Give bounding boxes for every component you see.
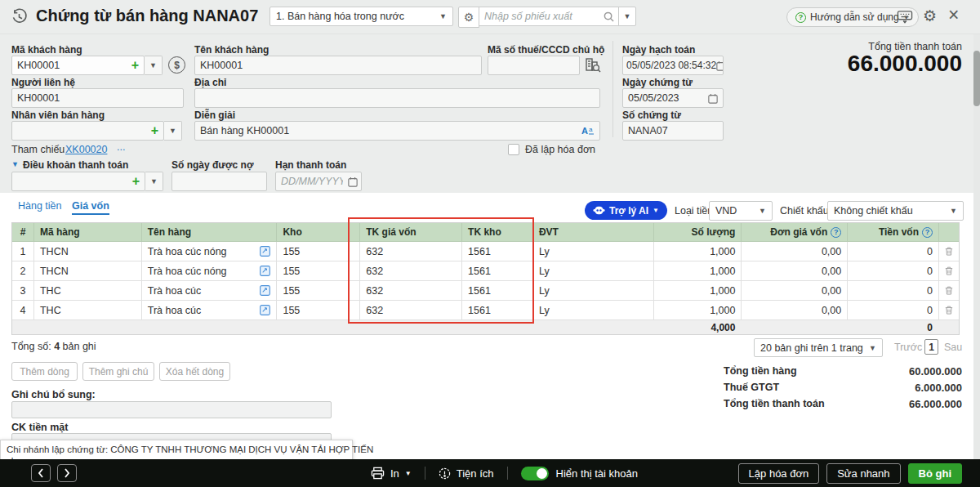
page-size-select[interactable]: 20 bản ghi trên 1 trang ▼	[754, 338, 883, 357]
tab-gia-von[interactable]: Giá vốn	[72, 200, 109, 215]
description-input[interactable]: Bán hàng KH00001 A a	[194, 121, 600, 141]
cell-don_gia_von[interactable]: 0,00	[741, 301, 847, 320]
tax-lookup-icon[interactable]	[585, 57, 601, 74]
cell-dvt[interactable]: Ly	[532, 242, 653, 261]
cell-tien_von[interactable]: 0	[847, 261, 938, 281]
reference-link[interactable]: XK00020	[65, 144, 107, 155]
create-invoice-button[interactable]: Lập hóa đơn	[738, 463, 820, 484]
delete-row-icon[interactable]	[938, 281, 959, 301]
doc-type-select[interactable]: 1. Bán hàng hóa trong nước ▼	[270, 7, 453, 26]
cell-stt[interactable]: 4	[12, 301, 33, 320]
customer-code-input[interactable]: KH00001 +	[11, 56, 145, 75]
next-page-button[interactable]: Sau	[944, 342, 962, 353]
extra-note-input[interactable]	[11, 401, 332, 418]
item-doc-icon[interactable]	[260, 305, 270, 315]
cell-so_luong[interactable]: 1,000	[653, 301, 742, 320]
show-accounts-toggle[interactable]	[521, 467, 549, 480]
help-circle-icon[interactable]: ?	[831, 227, 841, 238]
cell-tk_gia_von[interactable]: 632	[359, 261, 461, 281]
contact-input[interactable]: KH00001	[11, 88, 184, 108]
search-input[interactable]	[479, 7, 619, 26]
customer-name-input[interactable]: KH00001	[194, 56, 482, 75]
cell-kho[interactable]: 155	[276, 242, 359, 261]
cell-ma_hang[interactable]: THC	[33, 301, 141, 320]
prev-page-button[interactable]: Trước	[894, 342, 922, 353]
cell-don_gia_von[interactable]: 0,00	[741, 242, 847, 261]
salesperson-dropdown-button[interactable]: ▼	[164, 121, 182, 141]
cell-kho[interactable]: 155	[276, 301, 359, 320]
print-button[interactable]: In ▼	[371, 467, 412, 480]
cell-ten_hang[interactable]: Trà hoa cúc nóng	[141, 261, 277, 281]
reference-more-link[interactable]: ...	[117, 141, 125, 153]
calendar-icon[interactable]	[348, 176, 358, 187]
invoice-issued-checkbox[interactable]	[508, 144, 519, 155]
cell-tk_kho[interactable]: 1561	[461, 281, 532, 301]
help-circle-icon[interactable]: ?	[922, 227, 933, 238]
next-voucher-button[interactable]	[57, 464, 77, 482]
cell-tk_kho[interactable]: 1561	[461, 301, 532, 320]
cell-dvt[interactable]: Ly	[532, 261, 653, 281]
payment-terms-dropdown-button[interactable]: ▼	[145, 172, 163, 191]
quick-edit-button[interactable]: Sửa nhanh	[826, 463, 900, 484]
cell-tien_von[interactable]: 0	[847, 301, 938, 320]
cell-kho[interactable]: 155	[276, 281, 359, 301]
search-icon[interactable]	[604, 11, 614, 22]
history-icon[interactable]	[11, 8, 28, 25]
cell-so_luong[interactable]: 1,000	[653, 281, 742, 301]
cell-ten_hang[interactable]: Trà hoa cúc	[141, 301, 277, 320]
doc-date-input[interactable]: 05/05/2023	[622, 88, 724, 108]
add-row-button[interactable]: Thêm dòng	[11, 362, 78, 381]
cell-ma_hang[interactable]: THCN	[33, 242, 141, 261]
cell-dvt[interactable]: Ly	[532, 281, 653, 301]
cell-so_luong[interactable]: 1,000	[653, 242, 742, 261]
calendar-icon[interactable]	[708, 93, 718, 104]
debt-dollar-icon[interactable]: $	[168, 56, 185, 74]
item-doc-icon[interactable]	[260, 266, 270, 276]
salesperson-input[interactable]: +	[11, 121, 164, 141]
cell-stt[interactable]: 1	[12, 242, 33, 261]
item-doc-icon[interactable]	[260, 246, 270, 257]
cell-so_luong[interactable]: 1,000	[653, 261, 742, 281]
utilities-button[interactable]: Tiện ích	[439, 467, 494, 480]
scrollbar-thumb[interactable]	[973, 51, 980, 106]
add-salesperson-icon[interactable]: +	[151, 124, 158, 137]
doc-number-input[interactable]: NANA07	[622, 121, 724, 141]
settings-gear-icon[interactable]: ⚙	[923, 7, 937, 25]
address-input[interactable]	[194, 88, 600, 108]
customer-code-dropdown-button[interactable]: ▼	[145, 56, 163, 75]
current-page-box[interactable]: 1	[924, 339, 938, 355]
close-icon[interactable]: ×	[948, 4, 959, 26]
cell-dvt[interactable]: Ly	[532, 301, 653, 320]
cell-ma_hang[interactable]: THC	[33, 281, 141, 301]
credit-days-input[interactable]	[172, 172, 267, 191]
cell-tien_von[interactable]: 0	[847, 281, 938, 301]
tax-code-input[interactable]	[488, 56, 580, 75]
feedback-icon[interactable]	[897, 10, 913, 25]
tab-hang-tien[interactable]: Hàng tiền	[18, 200, 62, 212]
search-dropdown-button[interactable]: ▼	[618, 7, 636, 26]
add-customer-icon[interactable]: +	[131, 59, 139, 72]
item-doc-icon[interactable]	[260, 285, 270, 296]
cell-tk_gia_von[interactable]: 632	[359, 242, 461, 261]
search-settings-button[interactable]: ⚙	[458, 7, 479, 28]
delete-row-icon[interactable]	[938, 261, 959, 281]
cell-don_gia_von[interactable]: 0,00	[741, 261, 847, 281]
cell-ma_hang[interactable]: THCN	[33, 261, 141, 281]
cell-tien_von[interactable]: 0	[847, 242, 938, 261]
cell-stt[interactable]: 2	[12, 261, 33, 281]
cell-don_gia_von[interactable]: 0,00	[741, 281, 847, 301]
cell-tk_kho[interactable]: 1561	[461, 261, 532, 281]
posting-date-input[interactable]: 05/05/2023 08:54:32	[622, 56, 724, 75]
delete-row-icon[interactable]	[938, 301, 959, 320]
unrecord-button[interactable]: Bỏ ghi	[908, 463, 962, 484]
cell-tk_gia_von[interactable]: 632	[359, 281, 461, 301]
cell-ten_hang[interactable]: Trà hoa cúc	[141, 281, 277, 301]
cell-ten_hang[interactable]: Trà hoa cúc nóng	[141, 242, 277, 261]
cell-tk_gia_von[interactable]: 632	[359, 301, 461, 320]
translate-icon[interactable]: A a	[581, 125, 595, 136]
add-terms-icon[interactable]: +	[132, 175, 140, 188]
payment-terms-input[interactable]: +	[11, 172, 145, 191]
currency-select[interactable]: VND ▼	[709, 201, 773, 221]
delete-row-icon[interactable]	[938, 242, 959, 261]
ai-assistant-button[interactable]: Trợ lý AI ▼	[585, 201, 667, 220]
